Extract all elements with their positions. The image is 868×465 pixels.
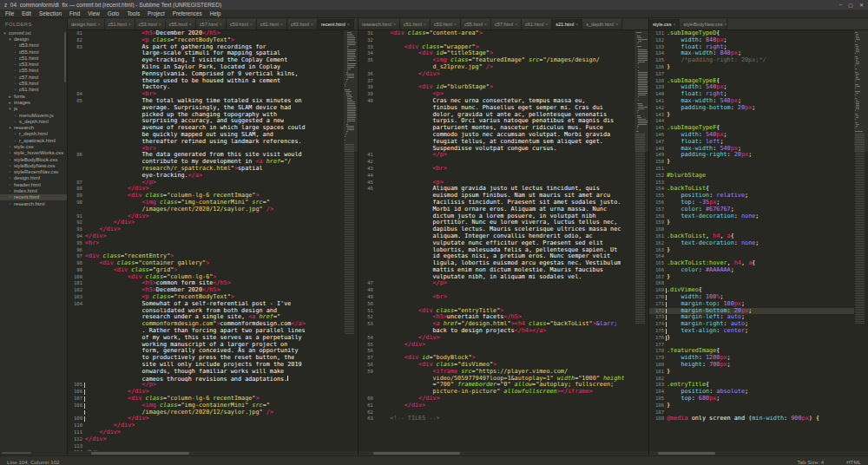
code-line[interactable]: 173 margin-left: auto; — [649, 314, 854, 321]
code-line[interactable]: 131.subImageTypeD{ — [649, 30, 854, 37]
code-line[interactable]: consolidated work from both design and — [68, 308, 344, 315]
tab-close-icon[interactable]: × — [347, 22, 350, 27]
tree-item-c51-html[interactable]: ▫c51.html — [0, 55, 67, 61]
tree-item-c59-html[interactable]: ▫c59.html — [0, 80, 67, 86]
code-line[interactable]: 134 max-width: 840px; — [649, 50, 854, 57]
code-line[interactable]: 110 </div> — [68, 422, 344, 429]
code-line[interactable]: 136} — [649, 64, 854, 71]
code-line[interactable]: 162 text-decoration: none; — [649, 240, 854, 247]
code-line[interactable]: average. Surprisingly, the SLAM device h… — [68, 105, 344, 112]
code-line[interactable]: 139 width: 540px; — [649, 84, 854, 91]
tab-close-icon[interactable]: × — [724, 22, 727, 27]
code-line[interactable]: eye-tracking.</a> — [68, 173, 344, 180]
code-line[interactable]: 133 float: right; — [649, 44, 854, 51]
menu-item-tools[interactable]: Tools — [127, 10, 140, 16]
code-line[interactable]: 96 — [68, 247, 344, 254]
code-line[interactable]: 109 </div> — [68, 416, 344, 422]
code-line[interactable]: 99 <div class="grid"> — [68, 267, 344, 274]
tab-close-icon[interactable]: × — [311, 22, 313, 27]
code-line[interactable]: 52 <h5>uncertain facets</h5> — [358, 314, 635, 321]
code-line[interactable]: 146 width: 540px; — [649, 132, 854, 139]
code-line[interactable]: picked up the changing topography with — [68, 112, 344, 119]
code-line[interactable]: 86 The data generated from this site vis… — [68, 152, 344, 159]
minimize-button[interactable]: – — [839, 2, 842, 8]
code-line[interactable]: 89 <div class="column-lg-6 recentImage"> — [68, 193, 344, 200]
tab-c53-html[interactable]: c53.html× — [135, 19, 166, 29]
tab-close-icon[interactable]: × — [189, 22, 192, 27]
code-line[interactable]: 150} — [649, 159, 854, 166]
code-line[interactable]: research under a single site, <a href=" — [68, 314, 344, 321]
code-line[interactable]: 88 </div> — [68, 186, 344, 193]
code-line[interactable]: 174 margin-right: auto; — [649, 321, 854, 328]
code-line[interactable]: 92 </div> — [68, 219, 344, 226]
menu-item-help[interactable]: Help — [210, 10, 221, 16]
code-line[interactable]: 159} — [649, 219, 854, 226]
code-line[interactable]: cameos through revisions and adaptations… — [68, 376, 344, 383]
code-line[interactable]: 56 — [358, 348, 635, 355]
menu-item-preferences[interactable]: Preferences — [173, 10, 202, 16]
code-line[interactable]: finibus nunc. Phasellus eget semper mi. … — [358, 105, 635, 112]
code-line[interactable]: 47 </p> — [358, 280, 635, 287]
code-line[interactable]: 93 </div> — [68, 226, 344, 233]
code-line[interactable]: 140 float: right; — [649, 91, 854, 98]
code-line[interactable]: 98 <div class="container gallery"> — [68, 260, 344, 267]
code-line[interactable]: 177 — [649, 342, 854, 349]
menu-item-file[interactable]: File — [5, 10, 14, 16]
minimap[interactable] — [854, 30, 868, 451]
minimap[interactable] — [344, 30, 358, 451]
code-line[interactable]: 100 <div class="column-lg-6"> — [68, 274, 344, 281]
code-line[interactable]: 49 <br> — [358, 294, 635, 301]
code-line[interactable]: Pennsylvania. Comprised of 9 vertical ki… — [68, 71, 344, 78]
code-line[interactable]: 85 The total walking time totaled six mi… — [68, 98, 344, 105]
code-line[interactable]: 143} — [649, 112, 854, 119]
code-line[interactable]: parturient montes, nascetur ridiculus mu… — [358, 125, 635, 132]
code-line[interactable]: be quickly mapped out using SLAM, and — [68, 132, 344, 139]
code-line[interactable]: 172 margin-bottom: 20px; — [649, 308, 854, 315]
code-line[interactable]: 53 <a href="/design.html"><h4 class="bac… — [358, 321, 635, 328]
code-line[interactable]: 51 <div class="entryTitle"> — [358, 308, 635, 315]
code-line[interactable]: onwards, though familiar works will make — [68, 369, 344, 376]
code-line[interactable]: d_s21prev.jpg" /> — [358, 64, 635, 71]
tree-item-research-html[interactable]: ▫research.html — [0, 200, 67, 206]
code-area[interactable]: 31 <div class="content-area">3233 <div c… — [358, 30, 635, 451]
code-line[interactable]: 94</div> — [68, 233, 344, 240]
code-line[interactable]: 112</div> — [68, 436, 344, 443]
tree-item-stylebodyblock-css[interactable]: ▫styleBodyBlock.css — [0, 156, 67, 162]
code-line[interactable]: euismod ipsum finibus. Nam ut mauris sit… — [358, 193, 635, 200]
code-line[interactable]: 188@media only screen and (min-width: 90… — [649, 416, 854, 422]
code-line[interactable]: 62 — [358, 409, 635, 416]
close-button[interactable]: ✕ — [859, 2, 864, 8]
code-line[interactable]: working manuscript of a larger project o… — [68, 342, 344, 349]
code-line[interactable]: <br> — [68, 146, 344, 153]
code-line[interactable]: Kilns in Saylor Park, located in Coplay — [68, 64, 344, 71]
code-line[interactable]: 161.backToList, h4, a{ — [649, 233, 854, 240]
tree-item-design[interactable]: ▾design — [0, 36, 67, 42]
code-line[interactable]: feugiat tellus, at condimentum sem aliqu… — [358, 139, 635, 146]
tree-item-commf-txt[interactable]: ▾commf.txt — [0, 29, 67, 36]
code-line[interactable]: 171 margin-top: 100px; — [649, 301, 854, 308]
code-line[interactable]: 44 — [358, 173, 635, 180]
tab-c57-html[interactable]: c57.html× — [196, 19, 227, 29]
code-line[interactable]: 138.subImageTypeE{ — [649, 78, 854, 85]
horizontal-scrollbar[interactable] — [68, 451, 358, 455]
code-line[interactable]: 106 </div> — [68, 389, 344, 396]
code-line[interactable]: /images/recent/2020/12/saylor.jpg" /> — [68, 206, 344, 213]
code-line[interactable]: 142 padding-bottom: 20px; — [649, 105, 854, 112]
code-line[interactable]: ligula, lobortis euismod arcu egestas ne… — [358, 260, 635, 267]
tab-close-icon[interactable]: × — [673, 22, 675, 27]
code-line[interactable]: 168 — [649, 280, 854, 287]
code-area[interactable]: 131.subImageTypeD{132 width: 840px;133 f… — [649, 30, 854, 451]
tab-close-icon[interactable]: × — [484, 22, 487, 27]
code-line[interactable]: 59 <iframe src="https://player.vimeo.com… — [358, 369, 635, 376]
code-line[interactable]: 34 <div id="titleStage"> — [358, 50, 635, 57]
code-line[interactable]: 35 <img class="featuredImage" src="/imag… — [358, 57, 635, 64]
code-line[interactable]: 33 <div class="wrapper"> — [358, 44, 635, 51]
code-line[interactable]: 155 position: relative; — [649, 193, 854, 200]
code-line[interactable]: 63 <!-- TILES --> — [358, 416, 635, 422]
tab-close-icon[interactable]: × — [98, 22, 101, 27]
code-line[interactable]: 87 </p> — [68, 180, 344, 187]
tree-item-c53-html[interactable]: ▫c53.html — [0, 61, 67, 67]
tree-item-style-css[interactable]: ▫style.css — [0, 143, 67, 149]
tree-item-c57-html[interactable]: ▫c57.html — [0, 74, 67, 80]
code-line[interactable]: 167} — [649, 274, 854, 281]
